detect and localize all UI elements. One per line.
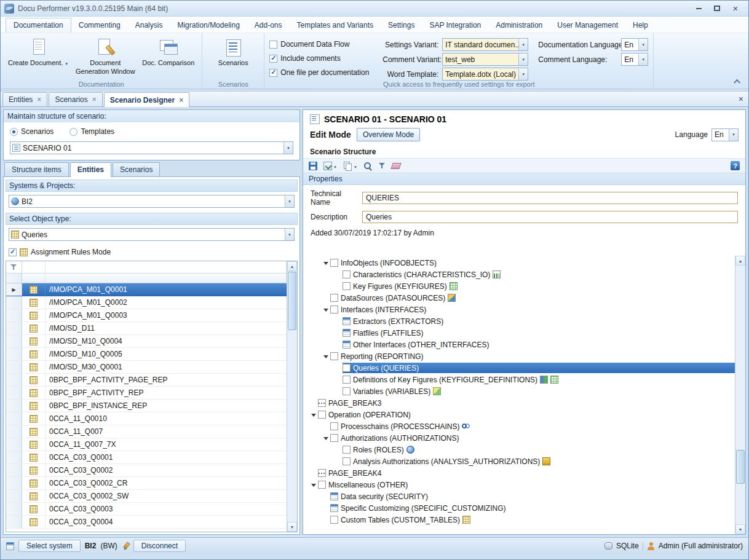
table-row[interactable]: /IMO/SD_M10_Q0004 <box>6 335 287 348</box>
scrollbar-track[interactable] <box>287 331 297 522</box>
tab-scenarios[interactable]: Scenarios <box>113 162 160 176</box>
table-row[interactable]: 0BPC_BPF_INSTANCE_REP <box>6 400 287 412</box>
ribbon-tab-settings[interactable]: Settings <box>381 18 422 33</box>
radio-scenarios[interactable]: Scenarios <box>10 127 54 136</box>
dropdown-arrow-icon[interactable] <box>354 162 357 170</box>
table-row[interactable]: /IMO/SD_M30_Q0001 <box>6 361 287 374</box>
checkbox-icon[interactable] <box>330 259 338 267</box>
tree-item-custom-tables-custom-tables[interactable]: Custom Tables (CUSTOM_TABLES) <box>309 514 735 526</box>
tree-item-reporting-reporting[interactable]: Reporting (REPORTING) <box>309 350 735 362</box>
tree-item-datasources-datasources[interactable]: DataSources (DATASOURCES) <box>309 292 735 304</box>
tree-item-operation-operation[interactable]: Operation (OPERATION) <box>309 409 735 420</box>
dropdown-arrow-icon[interactable] <box>285 195 294 207</box>
toolbar-clear-filter-button[interactable] <box>392 163 400 169</box>
scrollbar-track[interactable] <box>735 484 745 524</box>
close-panel-icon[interactable] <box>739 94 743 104</box>
chevron-down-icon[interactable] <box>322 306 330 314</box>
tree-item-roles-roles[interactable]: Roles (ROLES) <box>309 444 735 455</box>
checkbox-icon[interactable] <box>330 294 338 302</box>
table-row[interactable]: 0BPC_BPF_ACTIVITY_REP <box>6 387 287 400</box>
table-row[interactable]: /IMO/SD_M10_Q0005 <box>6 348 287 361</box>
ribbon-tab-user-management[interactable]: User Management <box>550 18 625 33</box>
ribbon-checkbox-document-data-flow[interactable]: Document Data Flow <box>269 38 373 50</box>
table-row[interactable]: /IMO/SD_D11 <box>6 322 287 335</box>
tree-item-page-break3[interactable]: PAGE_BREAK3 <box>309 397 735 409</box>
dropdown-arrow-icon[interactable] <box>518 53 528 65</box>
dropdown-arrow-icon[interactable] <box>285 229 294 240</box>
chevron-down-icon[interactable] <box>309 411 318 419</box>
document-tab-entities[interactable]: Entities <box>2 92 47 106</box>
assignment-rules-row[interactable]: Assignment Rules Mode <box>5 245 298 261</box>
ribbon-button-create-document[interactable]: Create Document. <box>6 36 71 76</box>
dropdown-arrow-icon[interactable] <box>518 39 528 50</box>
table-row[interactable]: 0CCA_C03_Q0002 <box>6 464 287 477</box>
tab-entities[interactable]: Entities <box>70 162 111 177</box>
ribbon-tab-sap-integration[interactable]: SAP Integration <box>422 18 488 33</box>
assignment-rules-checkbox[interactable] <box>9 248 17 256</box>
dropdown-arrow-icon[interactable] <box>518 68 528 80</box>
ribbon-tab-add-ons[interactable]: Add-ons <box>247 18 290 33</box>
checkbox-icon[interactable] <box>330 434 338 442</box>
overview-mode-button[interactable]: Overview Mode <box>357 128 420 141</box>
filter-cell-name[interactable] <box>46 261 287 273</box>
table-row[interactable]: /IMO/PCA_M01_Q0003 <box>6 309 287 322</box>
checkbox-icon[interactable] <box>330 352 338 360</box>
scrollbar-thumb[interactable] <box>288 272 296 330</box>
chevron-down-icon[interactable] <box>322 352 330 361</box>
filter-cell-icon[interactable] <box>22 261 46 273</box>
checkbox-icon[interactable] <box>343 457 351 465</box>
tree-item-data-security-security[interactable]: Data security (SECURITY) <box>309 491 735 502</box>
toolbar-zoom-button[interactable] <box>363 162 373 170</box>
object-type-combo[interactable]: Queries <box>9 228 295 241</box>
checkbox-icon[interactable] <box>343 364 351 372</box>
tab-structure-items[interactable]: Structure items <box>4 162 69 176</box>
description-field[interactable]: Queries <box>362 211 738 223</box>
combo-comment-variant[interactable]: test_web <box>442 53 528 66</box>
ribbon-tab-commenting[interactable]: Commenting <box>71 18 128 33</box>
checkbox-icon[interactable] <box>343 387 351 395</box>
technical-name-field[interactable]: QUERIES <box>362 192 738 204</box>
table-row[interactable]: 0BPC_BPF_ACTIVITY_PAGE_REP <box>6 374 287 387</box>
scroll-down-icon[interactable] <box>735 524 745 534</box>
select-system-button[interactable]: Select system <box>18 540 81 552</box>
table-row[interactable]: /IMO/PCA_M01_Q0002 <box>6 296 287 309</box>
ribbon-tab-analysis[interactable]: Analysis <box>128 18 170 33</box>
ribbon-tab-templates-and-variants[interactable]: Templates and Variants <box>290 18 381 33</box>
checkbox-icon[interactable] <box>318 411 326 419</box>
dropdown-arrow-icon[interactable] <box>638 53 648 65</box>
scroll-up-icon[interactable] <box>735 256 745 266</box>
edit-system-icon[interactable] <box>122 542 129 550</box>
combo-documentation-language[interactable]: En <box>621 38 648 51</box>
checkbox-icon[interactable] <box>343 270 351 278</box>
table-row[interactable]: /IMO/PCA_M01_Q0001 <box>6 283 287 296</box>
tree-item-extractors-extractors[interactable]: Extractors (EXTRACTORS) <box>309 315 735 327</box>
scrollbar-thumb[interactable] <box>736 450 745 484</box>
dropdown-arrow-icon[interactable] <box>333 162 337 170</box>
tree-item-characteristics-characteristics-io[interactable]: Characteristics (CHARACTERISTICS_IO) <box>309 269 735 280</box>
table-row[interactable]: 0CCA_11_Q007 <box>6 425 287 438</box>
tree-item-miscellaneous-other[interactable]: Miscellaneous (OTHER) <box>309 479 735 491</box>
help-icon[interactable] <box>731 161 740 170</box>
table-row[interactable]: 0CCA_C03_Q0002_SW <box>6 490 287 503</box>
tree-item-analysis-authorizations-analysis-authorizations[interactable]: Analysis Authorizations (ANALYSIS_AUTHOR… <box>309 455 735 467</box>
document-tab-scenarios[interactable]: Scenarios <box>49 92 102 106</box>
document-tab-scenario-designer[interactable]: Scenario Designer <box>104 92 189 107</box>
checkbox-icon[interactable] <box>330 516 338 524</box>
toolbar-filter-button[interactable] <box>379 162 386 169</box>
system-combo[interactable]: BI2 <box>9 195 295 208</box>
checkbox-icon[interactable] <box>343 376 351 384</box>
collapse-ribbon-icon[interactable] <box>733 78 743 85</box>
checkbox-icon[interactable] <box>318 481 326 489</box>
combo-comment-language[interactable]: En <box>621 53 648 66</box>
maximize-button[interactable] <box>708 2 726 15</box>
close-button[interactable] <box>726 2 745 15</box>
table-row[interactable]: 0CCA_C03_Q0004 <box>6 516 287 529</box>
minimize-button[interactable] <box>689 2 708 15</box>
table-row[interactable]: 0CCA_11_Q0010 <box>6 412 287 425</box>
ribbon-tab-help[interactable]: Help <box>625 18 656 33</box>
tree-item-variables-variables[interactable]: Variables (VARIABLES) <box>309 385 735 397</box>
tree-item-infoobjects-infoobjects[interactable]: InfoObjects (INFOOBJECTS) <box>309 257 735 269</box>
scroll-down-icon[interactable] <box>287 522 297 532</box>
table-row[interactable]: 0CCA_C03_Q0002_CR <box>6 477 287 490</box>
filter-button-cell[interactable] <box>6 261 22 273</box>
